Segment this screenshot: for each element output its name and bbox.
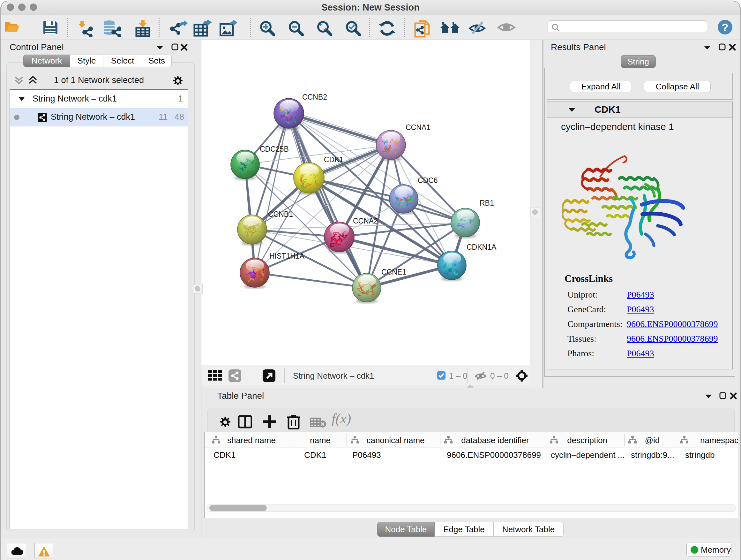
svg-text:CCNB1: CCNB1: [268, 210, 293, 219]
svg-text:CCNB2: CCNB2: [302, 93, 327, 101]
svg-text:CDK1: CDK1: [324, 155, 343, 164]
svg-text:CDC25B: CDC25B: [260, 145, 289, 153]
svg-text:CCNA1: CCNA1: [406, 123, 430, 132]
svg-text:CDKN1A: CDKN1A: [467, 243, 496, 251]
svg-text:CCNA2: CCNA2: [353, 217, 378, 225]
svg-text:CCNE1: CCNE1: [381, 268, 406, 276]
svg-text:HIST1H1A: HIST1H1A: [269, 252, 305, 260]
svg-text:?: ?: [722, 21, 729, 33]
svg-text:RB1: RB1: [480, 199, 494, 207]
svg-text:CDC6: CDC6: [418, 176, 438, 185]
